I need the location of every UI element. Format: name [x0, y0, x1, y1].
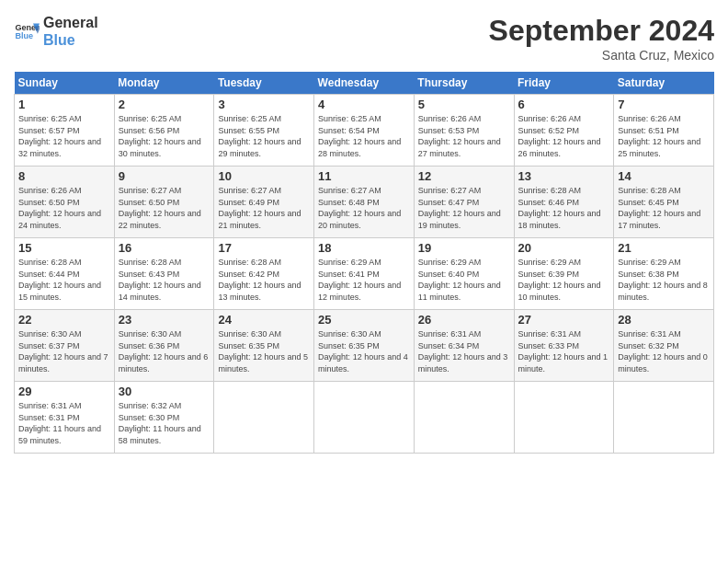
sunset-label: Sunset: 6:31 PM: [18, 413, 80, 422]
sunrise-label: Sunrise: 6:29 AM: [318, 258, 381, 267]
logo-icon: General Blue: [14, 18, 40, 44]
sunset-label: Sunset: 6:50 PM: [119, 198, 180, 207]
title-area: September 2024 Santa Cruz, Mexico: [489, 14, 714, 63]
col-thursday: Thursday: [414, 72, 514, 95]
calendar-cell: 15 Sunrise: 6:28 AM Sunset: 6:44 PM Dayl…: [15, 238, 115, 310]
daylight-label: Daylight: 12 hours and 11 minutes.: [418, 281, 501, 302]
day-number: 18: [318, 241, 410, 255]
header: General Blue General Blue September 2024…: [14, 14, 714, 63]
sunrise-label: Sunrise: 6:29 AM: [518, 258, 582, 267]
sunset-label: Sunset: 6:54 PM: [318, 126, 380, 135]
sunset-label: Sunset: 6:40 PM: [418, 270, 480, 279]
sunset-label: Sunset: 6:45 PM: [618, 198, 679, 207]
calendar-cell: 19 Sunrise: 6:29 AM Sunset: 6:40 PM Dayl…: [414, 238, 514, 310]
calendar-cell: 4 Sunrise: 6:25 AM Sunset: 6:54 PM Dayli…: [314, 95, 415, 167]
day-number: 5: [418, 98, 510, 111]
day-number: 26: [418, 313, 510, 327]
day-info: Sunrise: 6:28 AM Sunset: 6:46 PM Dayligh…: [518, 185, 610, 231]
sunset-label: Sunset: 6:53 PM: [418, 126, 480, 135]
day-number: 30: [119, 385, 210, 398]
daylight-label: Daylight: 12 hours and 15 minutes.: [18, 281, 101, 302]
calendar-cell: 22 Sunrise: 6:30 AM Sunset: 6:37 PM Dayl…: [15, 310, 115, 382]
location: Santa Cruz, Mexico: [489, 48, 714, 63]
daylight-label: Daylight: 12 hours and 19 minutes.: [418, 209, 501, 230]
day-info: Sunrise: 6:25 AM Sunset: 6:56 PM Dayligh…: [119, 113, 210, 159]
calendar-cell: 5 Sunrise: 6:26 AM Sunset: 6:53 PM Dayli…: [414, 95, 514, 167]
col-tuesday: Tuesday: [214, 72, 314, 95]
sunrise-label: Sunrise: 6:28 AM: [518, 186, 582, 195]
daylight-label: Daylight: 12 hours and 12 minutes.: [318, 281, 401, 302]
col-wednesday: Wednesday: [314, 72, 415, 95]
daylight-label: Daylight: 12 hours and 3 minutes.: [418, 352, 508, 373]
daylight-label: Daylight: 12 hours and 6 minutes.: [119, 352, 209, 373]
calendar-cell: 16 Sunrise: 6:28 AM Sunset: 6:43 PM Dayl…: [114, 238, 214, 310]
day-number: 29: [18, 385, 110, 398]
daylight-label: Daylight: 12 hours and 30 minutes.: [119, 137, 201, 158]
daylight-label: Daylight: 12 hours and 28 minutes.: [318, 137, 401, 158]
sunrise-label: Sunrise: 6:30 AM: [318, 329, 381, 339]
daylight-label: Daylight: 12 hours and 5 minutes.: [218, 352, 308, 373]
calendar-row: 1 Sunrise: 6:25 AM Sunset: 6:57 PM Dayli…: [15, 95, 714, 167]
day-number: 23: [119, 313, 210, 327]
sunrise-label: Sunrise: 6:31 AM: [518, 329, 582, 339]
daylight-label: Daylight: 12 hours and 4 minutes.: [318, 352, 408, 373]
sunset-label: Sunset: 6:47 PM: [418, 198, 480, 207]
sunset-label: Sunset: 6:35 PM: [318, 341, 380, 350]
calendar-cell: 20 Sunrise: 6:29 AM Sunset: 6:39 PM Dayl…: [514, 238, 614, 310]
day-number: 11: [318, 169, 410, 183]
day-info: Sunrise: 6:25 AM Sunset: 6:57 PM Dayligh…: [18, 113, 110, 159]
sunrise-label: Sunrise: 6:27 AM: [119, 186, 182, 195]
day-info: Sunrise: 6:30 AM Sunset: 6:35 PM Dayligh…: [318, 328, 410, 374]
day-info: Sunrise: 6:29 AM Sunset: 6:38 PM Dayligh…: [618, 257, 710, 303]
day-info: Sunrise: 6:28 AM Sunset: 6:43 PM Dayligh…: [119, 257, 210, 303]
calendar-body: 1 Sunrise: 6:25 AM Sunset: 6:57 PM Dayli…: [15, 95, 714, 454]
calendar-cell: 27 Sunrise: 6:31 AM Sunset: 6:33 PM Dayl…: [514, 310, 614, 382]
sunrise-label: Sunrise: 6:30 AM: [119, 329, 182, 339]
day-number: 24: [218, 313, 310, 327]
day-info: Sunrise: 6:31 AM Sunset: 6:33 PM Dayligh…: [518, 328, 610, 374]
daylight-label: Daylight: 12 hours and 26 minutes.: [518, 137, 601, 158]
day-number: 2: [119, 98, 210, 111]
calendar-cell: 26 Sunrise: 6:31 AM Sunset: 6:34 PM Dayl…: [414, 310, 514, 382]
daylight-label: Daylight: 12 hours and 10 minutes.: [518, 281, 601, 302]
sunrise-label: Sunrise: 6:27 AM: [318, 186, 381, 195]
day-number: 4: [318, 98, 410, 111]
sunrise-label: Sunrise: 6:30 AM: [218, 329, 281, 339]
daylight-label: Daylight: 12 hours and 25 minutes.: [618, 137, 700, 158]
calendar-cell: 28 Sunrise: 6:31 AM Sunset: 6:32 PM Dayl…: [614, 310, 714, 382]
calendar-cell: 21 Sunrise: 6:29 AM Sunset: 6:38 PM Dayl…: [614, 238, 714, 310]
day-number: 12: [418, 169, 510, 183]
calendar-cell: 17 Sunrise: 6:28 AM Sunset: 6:42 PM Dayl…: [214, 238, 314, 310]
day-number: 7: [618, 98, 710, 111]
sunrise-label: Sunrise: 6:32 AM: [119, 401, 182, 410]
daylight-label: Daylight: 12 hours and 29 minutes.: [218, 137, 301, 158]
logo-general: General: [43, 14, 98, 31]
sunset-label: Sunset: 6:38 PM: [618, 270, 679, 279]
calendar-cell: 30 Sunrise: 6:32 AM Sunset: 6:30 PM Dayl…: [114, 382, 214, 454]
calendar-cell: 23 Sunrise: 6:30 AM Sunset: 6:36 PM Dayl…: [114, 310, 214, 382]
svg-text:Blue: Blue: [15, 32, 33, 41]
col-sunday: Sunday: [15, 72, 115, 95]
sunrise-label: Sunrise: 6:27 AM: [218, 186, 281, 195]
sunset-label: Sunset: 6:46 PM: [518, 198, 580, 207]
day-info: Sunrise: 6:30 AM Sunset: 6:35 PM Dayligh…: [218, 328, 310, 374]
calendar-cell: 2 Sunrise: 6:25 AM Sunset: 6:56 PM Dayli…: [114, 95, 214, 167]
sunset-label: Sunset: 6:30 PM: [119, 413, 180, 422]
sunset-label: Sunset: 6:41 PM: [318, 270, 380, 279]
sunrise-label: Sunrise: 6:28 AM: [119, 258, 182, 267]
sunset-label: Sunset: 6:33 PM: [518, 341, 580, 350]
sunrise-label: Sunrise: 6:25 AM: [18, 114, 82, 123]
sunrise-label: Sunrise: 6:25 AM: [318, 114, 381, 123]
calendar-cell: 9 Sunrise: 6:27 AM Sunset: 6:50 PM Dayli…: [114, 167, 214, 238]
sunrise-label: Sunrise: 6:26 AM: [418, 114, 482, 123]
sunset-label: Sunset: 6:50 PM: [18, 198, 80, 207]
daylight-label: Daylight: 12 hours and 27 minutes.: [418, 137, 501, 158]
sunset-label: Sunset: 6:52 PM: [518, 126, 580, 135]
day-number: 25: [318, 313, 410, 327]
daylight-label: Daylight: 12 hours and 17 minutes.: [618, 209, 700, 230]
day-number: 17: [218, 241, 310, 255]
daylight-label: Daylight: 11 hours and 58 minutes.: [119, 424, 201, 445]
day-number: 14: [618, 169, 710, 183]
col-monday: Monday: [114, 72, 214, 95]
calendar-row: 8 Sunrise: 6:26 AM Sunset: 6:50 PM Dayli…: [15, 167, 714, 238]
